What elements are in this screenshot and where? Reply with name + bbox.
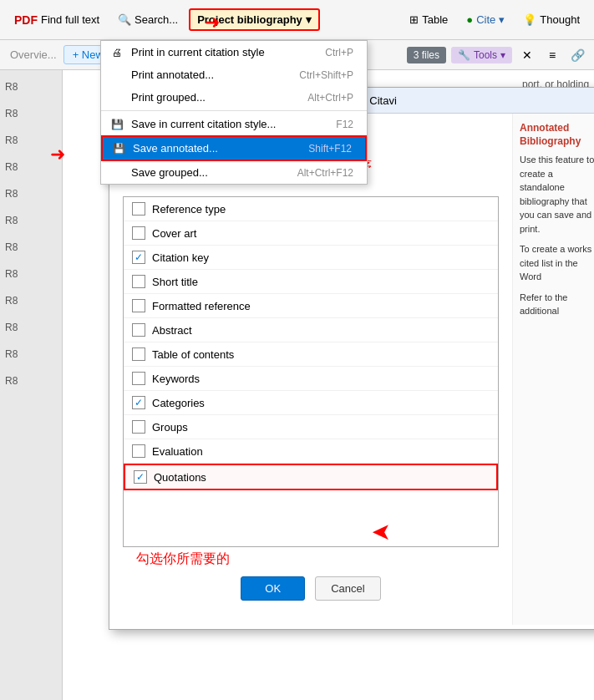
list-item-abstract[interactable]: Abstract bbox=[124, 318, 498, 342]
checkbox-abstract[interactable] bbox=[132, 323, 145, 337]
thought-label: Thought bbox=[540, 13, 580, 26]
list-item-quotations[interactable]: ✓ Quotations bbox=[124, 464, 498, 490]
link-icon[interactable]: 🔗 bbox=[567, 45, 587, 65]
table-icon: ⊞ bbox=[409, 13, 419, 26]
new-label: + New bbox=[73, 48, 104, 61]
print-grouped-shortcut: Alt+Ctrl+P bbox=[307, 92, 353, 104]
checkbox-citation-key[interactable]: ✓ bbox=[132, 251, 145, 264]
label-reference-type: Reference type bbox=[152, 203, 226, 216]
list-item-groups[interactable]: Groups bbox=[124, 415, 498, 439]
checkbox-formatted-reference[interactable] bbox=[132, 299, 145, 312]
cancel-button[interactable]: Cancel bbox=[315, 576, 380, 601]
toolbar2-right: 3 files 🔧 Tools ▾ ✕ ≡ 🔗 bbox=[407, 45, 587, 65]
label-quotations: Quotations bbox=[154, 471, 206, 484]
checkbox-short-title[interactable] bbox=[132, 275, 145, 288]
files-badge: 3 files bbox=[407, 47, 446, 63]
label-abstract: Abstract bbox=[152, 324, 192, 337]
list-item-keywords[interactable]: Keywords bbox=[124, 367, 498, 391]
save-grouped-label: Save grouped... bbox=[131, 166, 208, 179]
project-bib-dropdown-arrow: ▾ bbox=[306, 13, 312, 26]
checklist[interactable]: Reference type Cover art ✓ Citation key bbox=[123, 196, 499, 547]
checkbox-categories[interactable]: ✓ bbox=[132, 396, 145, 409]
label-citation-key: Citation key bbox=[152, 251, 209, 264]
tools-badge: 🔧 Tools ▾ bbox=[451, 47, 512, 63]
r-number-11: R8 bbox=[2, 341, 60, 368]
find-full-text-button[interactable]: PDF Find full text bbox=[7, 9, 107, 31]
label-short-title: Short title bbox=[152, 276, 198, 288]
r-number-6: R8 bbox=[2, 207, 60, 234]
main-toolbar: ➜ PDF Find full text 🔍 Search... Project… bbox=[0, 0, 594, 40]
print-annotated-label: Print annotated... bbox=[131, 68, 214, 81]
toolbar-right: ⊞ Table ● Cite ▾ 💡 Thought bbox=[402, 9, 587, 30]
list-item-evaluation[interactable]: Evaluation bbox=[124, 439, 498, 464]
cite-label: Cite bbox=[476, 13, 495, 26]
label-formatted-reference: Formatted reference bbox=[152, 300, 251, 312]
list-item-table-contents[interactable]: Table of contents bbox=[124, 342, 498, 367]
cite-icon: ● bbox=[466, 13, 473, 26]
r-number-5: R8 bbox=[2, 180, 60, 207]
find-full-text-label: Find full text bbox=[41, 13, 99, 26]
info-heading: AnnotatedBibliography bbox=[520, 122, 594, 148]
list-item-cover-art[interactable]: Cover art bbox=[124, 221, 498, 246]
list-item-categories[interactable]: ✓ Categories bbox=[124, 391, 498, 415]
print-annotated-item[interactable]: Print annotated... Ctrl+Shift+P bbox=[101, 63, 367, 86]
search-icon: 🔍 bbox=[118, 13, 131, 26]
checkbox-keywords[interactable] bbox=[132, 372, 145, 385]
list-item-citation-key[interactable]: ✓ Citation key bbox=[124, 246, 498, 270]
checkbox-cover-art[interactable] bbox=[132, 226, 145, 240]
list-item-short-title[interactable]: Short title bbox=[124, 270, 498, 294]
r-number-8: R8 bbox=[2, 261, 60, 287]
cite-dropdown-arrow: ▾ bbox=[499, 13, 505, 26]
save-current-style-item[interactable]: 💾 Save in current citation style... F12 bbox=[101, 113, 367, 135]
save-annotated-label: Save annotated... bbox=[133, 142, 218, 155]
thought-button[interactable]: 💡 Thought bbox=[515, 9, 587, 30]
save-annotated-shortcut: Shift+F12 bbox=[308, 143, 352, 155]
r-number-7: R8 bbox=[2, 234, 60, 261]
checkbox-table-contents[interactable] bbox=[132, 347, 145, 361]
save-annotated-item[interactable]: 💾 Save annotated... Shift+F12 bbox=[101, 135, 367, 161]
r-number-9: R8 bbox=[2, 287, 60, 314]
label-evaluation: Evaluation bbox=[152, 445, 203, 458]
print-current-label: Print in current citation style bbox=[131, 46, 265, 58]
info-text-3: Refer to the additional bbox=[520, 291, 594, 318]
checkbox-evaluation[interactable] bbox=[132, 444, 145, 458]
lightbulb-icon: 💡 bbox=[523, 13, 536, 26]
project-bibliography-dropdown: 🖨 Print in current citation style Ctrl+P… bbox=[100, 40, 368, 185]
cite-button[interactable]: ● Cite ▾ bbox=[459, 9, 512, 30]
ok-label: OK bbox=[265, 582, 281, 595]
checkbox-groups[interactable] bbox=[132, 420, 145, 434]
chinese-check-area: 勾选你所需要的 bbox=[123, 550, 499, 568]
save-grouped-item[interactable]: Save grouped... Alt+Ctrl+F12 bbox=[101, 161, 367, 184]
print-current-style-item[interactable]: 🖨 Print in current citation style Ctrl+P bbox=[101, 41, 367, 63]
tools-label: Tools bbox=[474, 49, 497, 61]
label-groups: Groups bbox=[152, 421, 188, 434]
info-text-1: Use this feature to create a standalone … bbox=[520, 153, 594, 236]
ok-button[interactable]: OK bbox=[241, 576, 305, 601]
print-grouped-label: Print grouped... bbox=[131, 91, 206, 104]
checkbox-reference-type[interactable] bbox=[132, 202, 145, 216]
print-icon: 🖨 bbox=[109, 45, 124, 60]
print-grouped-item[interactable]: Print grouped... Alt+Ctrl+P bbox=[101, 86, 367, 109]
print-annotated-shortcut: Ctrl+Shift+P bbox=[299, 69, 353, 81]
red-arrow-quotations: ➤ bbox=[372, 518, 391, 545]
dialog-left-panel: Annotated Project Bibliography ▲ Move up… bbox=[109, 114, 513, 625]
chinese-check-label: 勾选你所需要的 bbox=[136, 551, 230, 566]
dialog-body: Annotated Project Bibliography ▲ Move up… bbox=[109, 114, 594, 625]
tools-icon: 🔧 bbox=[458, 49, 470, 61]
search-button[interactable]: 🔍 Search... bbox=[110, 9, 185, 30]
table-button[interactable]: ⊞ Table bbox=[402, 9, 455, 30]
red-arrow-1: ➜ bbox=[205, 12, 220, 33]
save-grouped-shortcut: Alt+Ctrl+F12 bbox=[297, 167, 353, 179]
label-table-contents: Table of contents bbox=[152, 348, 234, 361]
table-label: Table bbox=[422, 13, 448, 26]
list-item-reference-type[interactable]: Reference type bbox=[124, 197, 498, 221]
print-annotated-icon bbox=[109, 68, 124, 83]
checkbox-quotations[interactable]: ✓ bbox=[134, 470, 147, 484]
filter-icon[interactable]: ≡ bbox=[542, 45, 562, 65]
list-item-formatted-reference[interactable]: Formatted reference bbox=[124, 294, 498, 318]
close-icon[interactable]: ✕ bbox=[517, 45, 537, 65]
save-current-shortcut: F12 bbox=[336, 119, 353, 130]
dialog-right-panel: AnnotatedBibliography Use this feature t… bbox=[513, 114, 594, 625]
info-text-2: To create a works cited list in the Word bbox=[520, 242, 594, 284]
r-number-2: R8 bbox=[2, 100, 60, 127]
